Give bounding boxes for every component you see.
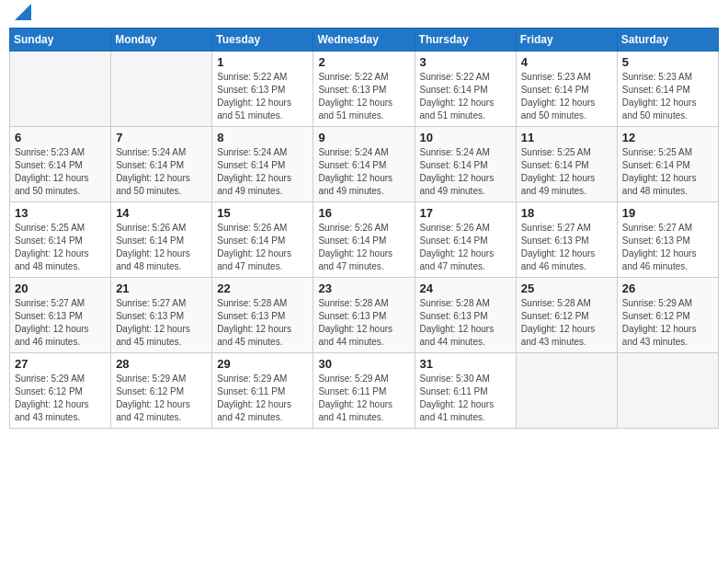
day-detail: Sunrise: 5:29 AMSunset: 6:11 PMDaylight:…: [318, 373, 409, 424]
calendar-cell: 27Sunrise: 5:29 AMSunset: 6:12 PMDayligh…: [10, 353, 111, 429]
calendar-cell: 12Sunrise: 5:25 AMSunset: 6:14 PMDayligh…: [617, 127, 718, 202]
logo-icon: [15, 4, 31, 20]
calendar-cell: 30Sunrise: 5:29 AMSunset: 6:11 PMDayligh…: [313, 353, 415, 429]
calendar-cell: 26Sunrise: 5:29 AMSunset: 6:12 PMDayligh…: [617, 278, 718, 353]
day-detail: Sunrise: 5:22 AMSunset: 6:13 PMDaylight:…: [217, 71, 308, 122]
calendar-table: SundayMondayTuesdayWednesdayThursdayFrid…: [9, 28, 719, 429]
calendar-cell: 6Sunrise: 5:23 AMSunset: 6:14 PMDaylight…: [10, 127, 111, 202]
day-detail: Sunrise: 5:22 AMSunset: 6:14 PMDaylight:…: [420, 71, 511, 122]
day-number: 23: [318, 282, 409, 295]
day-number: 9: [318, 131, 409, 144]
day-number: 2: [318, 55, 409, 69]
day-detail: Sunrise: 5:22 AMSunset: 6:13 PMDaylight:…: [318, 71, 409, 122]
day-number: 16: [318, 206, 409, 220]
weekday-header-tuesday: Tuesday: [212, 29, 313, 52]
day-detail: Sunrise: 5:27 AMSunset: 6:13 PMDaylight:…: [622, 222, 713, 273]
calendar-cell: 31Sunrise: 5:30 AMSunset: 6:11 PMDayligh…: [415, 353, 516, 429]
weekday-header-saturday: Saturday: [617, 29, 718, 52]
day-number: 29: [217, 357, 308, 371]
calendar-cell: 8Sunrise: 5:24 AMSunset: 6:14 PMDaylight…: [212, 127, 313, 202]
calendar-cell: 23Sunrise: 5:28 AMSunset: 6:13 PMDayligh…: [313, 278, 415, 353]
calendar-cell: 22Sunrise: 5:28 AMSunset: 6:13 PMDayligh…: [212, 278, 313, 353]
weekday-header-monday: Monday: [111, 29, 212, 52]
weekday-header-friday: Friday: [516, 29, 617, 52]
day-number: 24: [420, 282, 511, 295]
day-detail: Sunrise: 5:26 AMSunset: 6:14 PMDaylight:…: [318, 222, 409, 273]
day-detail: Sunrise: 5:24 AMSunset: 6:14 PMDaylight:…: [217, 146, 308, 198]
day-number: 22: [217, 282, 308, 295]
day-number: 19: [622, 206, 713, 220]
day-number: 7: [116, 131, 207, 144]
weekday-header-wednesday: Wednesday: [313, 29, 415, 52]
day-number: 14: [116, 206, 207, 220]
day-detail: Sunrise: 5:28 AMSunset: 6:13 PMDaylight:…: [318, 297, 409, 349]
day-detail: Sunrise: 5:26 AMSunset: 6:14 PMDaylight:…: [420, 222, 511, 273]
day-detail: Sunrise: 5:27 AMSunset: 6:13 PMDaylight:…: [116, 297, 207, 349]
day-detail: Sunrise: 5:24 AMSunset: 6:14 PMDaylight:…: [116, 146, 207, 198]
calendar-cell: 19Sunrise: 5:27 AMSunset: 6:13 PMDayligh…: [617, 202, 718, 278]
day-number: 25: [521, 282, 612, 295]
day-number: 11: [521, 131, 612, 144]
day-detail: Sunrise: 5:27 AMSunset: 6:13 PMDaylight:…: [15, 297, 106, 349]
day-number: 12: [622, 131, 713, 144]
calendar-cell: 17Sunrise: 5:26 AMSunset: 6:14 PMDayligh…: [415, 202, 516, 278]
calendar-cell: 1Sunrise: 5:22 AMSunset: 6:13 PMDaylight…: [212, 52, 313, 127]
day-detail: Sunrise: 5:30 AMSunset: 6:11 PMDaylight:…: [420, 373, 511, 424]
day-detail: Sunrise: 5:28 AMSunset: 6:13 PMDaylight:…: [420, 297, 511, 349]
day-detail: Sunrise: 5:28 AMSunset: 6:12 PMDaylight:…: [521, 297, 612, 349]
calendar-cell: 4Sunrise: 5:23 AMSunset: 6:14 PMDaylight…: [516, 52, 617, 127]
page-header: [9, 9, 719, 20]
day-number: 6: [15, 131, 106, 144]
calendar-cell: [617, 353, 718, 429]
day-detail: Sunrise: 5:23 AMSunset: 6:14 PMDaylight:…: [521, 71, 612, 122]
day-number: 3: [420, 55, 511, 69]
weekday-header-sunday: Sunday: [10, 29, 111, 52]
day-number: 15: [217, 206, 308, 220]
calendar-cell: 18Sunrise: 5:27 AMSunset: 6:13 PMDayligh…: [516, 202, 617, 278]
day-number: 20: [15, 282, 106, 295]
calendar-cell: 16Sunrise: 5:26 AMSunset: 6:14 PMDayligh…: [313, 202, 415, 278]
calendar-cell: [111, 52, 212, 127]
day-number: 21: [116, 282, 207, 295]
day-number: 18: [521, 206, 612, 220]
day-number: 1: [217, 55, 308, 69]
day-number: 28: [116, 357, 207, 371]
day-detail: Sunrise: 5:29 AMSunset: 6:11 PMDaylight:…: [217, 373, 308, 424]
day-number: 17: [420, 206, 511, 220]
day-detail: Sunrise: 5:23 AMSunset: 6:14 PMDaylight:…: [622, 71, 713, 122]
day-detail: Sunrise: 5:26 AMSunset: 6:14 PMDaylight:…: [217, 222, 308, 273]
calendar-cell: 14Sunrise: 5:26 AMSunset: 6:14 PMDayligh…: [111, 202, 212, 278]
day-detail: Sunrise: 5:24 AMSunset: 6:14 PMDaylight:…: [318, 146, 409, 198]
calendar-cell: 7Sunrise: 5:24 AMSunset: 6:14 PMDaylight…: [111, 127, 212, 202]
calendar-cell: 11Sunrise: 5:25 AMSunset: 6:14 PMDayligh…: [516, 127, 617, 202]
logo: [13, 9, 31, 20]
calendar-cell: 5Sunrise: 5:23 AMSunset: 6:14 PMDaylight…: [617, 52, 718, 127]
day-detail: Sunrise: 5:29 AMSunset: 6:12 PMDaylight:…: [622, 297, 713, 349]
svg-marker-0: [15, 4, 31, 20]
day-number: 26: [622, 282, 713, 295]
day-detail: Sunrise: 5:27 AMSunset: 6:13 PMDaylight:…: [521, 222, 612, 273]
day-number: 30: [318, 357, 409, 371]
weekday-header-thursday: Thursday: [415, 29, 516, 52]
day-detail: Sunrise: 5:25 AMSunset: 6:14 PMDaylight:…: [521, 146, 612, 198]
day-detail: Sunrise: 5:25 AMSunset: 6:14 PMDaylight:…: [622, 146, 713, 198]
calendar-cell: 21Sunrise: 5:27 AMSunset: 6:13 PMDayligh…: [111, 278, 212, 353]
day-number: 8: [217, 131, 308, 144]
calendar-cell: 20Sunrise: 5:27 AMSunset: 6:13 PMDayligh…: [10, 278, 111, 353]
day-number: 5: [622, 55, 713, 69]
calendar-cell: 3Sunrise: 5:22 AMSunset: 6:14 PMDaylight…: [415, 52, 516, 127]
calendar-cell: 25Sunrise: 5:28 AMSunset: 6:12 PMDayligh…: [516, 278, 617, 353]
day-detail: Sunrise: 5:28 AMSunset: 6:13 PMDaylight:…: [217, 297, 308, 349]
day-detail: Sunrise: 5:26 AMSunset: 6:14 PMDaylight:…: [116, 222, 207, 273]
day-number: 13: [15, 206, 106, 220]
day-detail: Sunrise: 5:24 AMSunset: 6:14 PMDaylight:…: [420, 146, 511, 198]
day-detail: Sunrise: 5:25 AMSunset: 6:14 PMDaylight:…: [15, 222, 106, 273]
day-number: 10: [420, 131, 511, 144]
day-number: 31: [420, 357, 511, 371]
calendar-cell: 24Sunrise: 5:28 AMSunset: 6:13 PMDayligh…: [415, 278, 516, 353]
calendar-cell: [516, 353, 617, 429]
calendar-cell: 13Sunrise: 5:25 AMSunset: 6:14 PMDayligh…: [10, 202, 111, 278]
day-detail: Sunrise: 5:29 AMSunset: 6:12 PMDaylight:…: [116, 373, 207, 424]
calendar-cell: 9Sunrise: 5:24 AMSunset: 6:14 PMDaylight…: [313, 127, 415, 202]
calendar-cell: 15Sunrise: 5:26 AMSunset: 6:14 PMDayligh…: [212, 202, 313, 278]
